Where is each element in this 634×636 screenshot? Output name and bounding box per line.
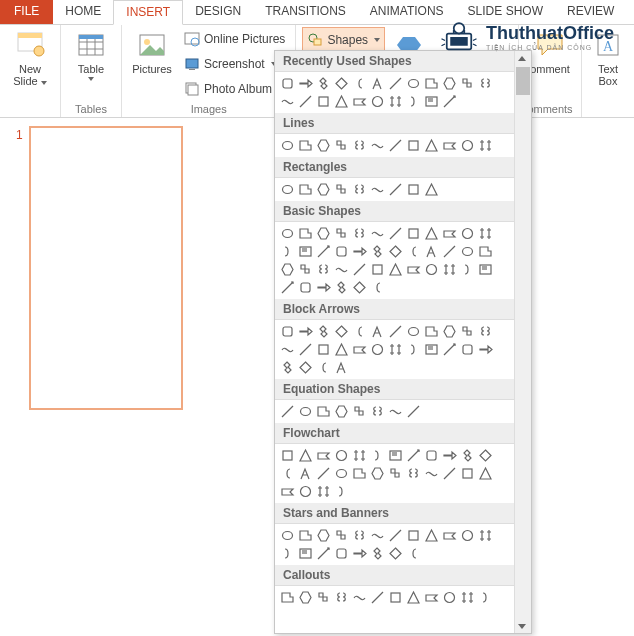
shape-item[interactable] xyxy=(369,75,386,92)
shape-item[interactable] xyxy=(315,589,332,606)
shape-item[interactable] xyxy=(297,323,314,340)
shape-item[interactable] xyxy=(315,75,332,92)
shape-item[interactable] xyxy=(279,403,296,420)
shape-item[interactable] xyxy=(333,359,350,376)
shape-item[interactable] xyxy=(441,225,458,242)
shape-item[interactable] xyxy=(387,341,404,358)
shape-item[interactable] xyxy=(369,589,386,606)
shape-item[interactable] xyxy=(405,447,422,464)
shape-item[interactable] xyxy=(351,545,368,562)
shape-item[interactable] xyxy=(279,225,296,242)
shape-item[interactable] xyxy=(405,243,422,260)
shape-item[interactable] xyxy=(405,589,422,606)
shape-item[interactable] xyxy=(387,137,404,154)
shape-item[interactable] xyxy=(369,243,386,260)
shape-item[interactable] xyxy=(459,225,476,242)
shape-item[interactable] xyxy=(333,323,350,340)
shape-item[interactable] xyxy=(333,181,350,198)
shape-item[interactable] xyxy=(279,181,296,198)
shape-item[interactable] xyxy=(315,279,332,296)
shape-item[interactable] xyxy=(351,181,368,198)
shape-item[interactable] xyxy=(477,243,494,260)
shape-item[interactable] xyxy=(333,75,350,92)
scroll-down-arrow[interactable] xyxy=(515,619,529,633)
shape-item[interactable] xyxy=(441,527,458,544)
shape-item[interactable] xyxy=(459,243,476,260)
shape-item[interactable] xyxy=(369,225,386,242)
shape-item[interactable] xyxy=(387,243,404,260)
shape-item[interactable] xyxy=(279,465,296,482)
shape-item[interactable] xyxy=(423,447,440,464)
shape-item[interactable] xyxy=(315,447,332,464)
shape-item[interactable] xyxy=(279,93,296,110)
shape-item[interactable] xyxy=(333,483,350,500)
shape-item[interactable] xyxy=(297,483,314,500)
shape-item[interactable] xyxy=(279,323,296,340)
shape-item[interactable] xyxy=(477,465,494,482)
shape-item[interactable] xyxy=(279,137,296,154)
shape-item[interactable] xyxy=(441,261,458,278)
shape-item[interactable] xyxy=(333,545,350,562)
shape-item[interactable] xyxy=(405,403,422,420)
shape-item[interactable] xyxy=(459,75,476,92)
shape-item[interactable] xyxy=(315,93,332,110)
shape-item[interactable] xyxy=(333,527,350,544)
shape-item[interactable] xyxy=(423,589,440,606)
shape-item[interactable] xyxy=(423,137,440,154)
shape-item[interactable] xyxy=(459,447,476,464)
shape-item[interactable] xyxy=(459,261,476,278)
shape-item[interactable] xyxy=(351,527,368,544)
shape-item[interactable] xyxy=(387,75,404,92)
shape-item[interactable] xyxy=(477,589,494,606)
shape-item[interactable] xyxy=(423,341,440,358)
shape-item[interactable] xyxy=(351,75,368,92)
shape-item[interactable] xyxy=(279,483,296,500)
shape-item[interactable] xyxy=(405,465,422,482)
shape-item[interactable] xyxy=(387,93,404,110)
shape-item[interactable] xyxy=(387,181,404,198)
shape-item[interactable] xyxy=(405,225,422,242)
shape-item[interactable] xyxy=(423,527,440,544)
shape-item[interactable] xyxy=(351,403,368,420)
shape-item[interactable] xyxy=(387,323,404,340)
shape-item[interactable] xyxy=(441,75,458,92)
shape-item[interactable] xyxy=(333,589,350,606)
shape-item[interactable] xyxy=(297,261,314,278)
shape-item[interactable] xyxy=(297,545,314,562)
shape-item[interactable] xyxy=(441,589,458,606)
shape-item[interactable] xyxy=(369,279,386,296)
shape-item[interactable] xyxy=(369,137,386,154)
shape-item[interactable] xyxy=(279,527,296,544)
tab-design[interactable]: DESIGN xyxy=(183,0,253,24)
shape-item[interactable] xyxy=(387,261,404,278)
shape-item[interactable] xyxy=(369,341,386,358)
shape-item[interactable] xyxy=(477,137,494,154)
shape-item[interactable] xyxy=(279,545,296,562)
shape-item[interactable] xyxy=(279,589,296,606)
shape-item[interactable] xyxy=(405,93,422,110)
shape-item[interactable] xyxy=(279,261,296,278)
shape-item[interactable] xyxy=(387,403,404,420)
shape-item[interactable] xyxy=(297,465,314,482)
shape-item[interactable] xyxy=(351,341,368,358)
tab-insert[interactable]: INSERT xyxy=(113,0,183,25)
shape-item[interactable] xyxy=(441,447,458,464)
shape-item[interactable] xyxy=(459,465,476,482)
shape-item[interactable] xyxy=(297,341,314,358)
shape-item[interactable] xyxy=(297,589,314,606)
shape-item[interactable] xyxy=(351,279,368,296)
shape-item[interactable] xyxy=(459,323,476,340)
shape-item[interactable] xyxy=(405,181,422,198)
shape-item[interactable] xyxy=(333,403,350,420)
shape-item[interactable] xyxy=(297,447,314,464)
shape-item[interactable] xyxy=(477,447,494,464)
shape-item[interactable] xyxy=(315,137,332,154)
shape-item[interactable] xyxy=(315,545,332,562)
shape-item[interactable] xyxy=(315,243,332,260)
shape-item[interactable] xyxy=(405,545,422,562)
shape-item[interactable] xyxy=(405,341,422,358)
shape-item[interactable] xyxy=(387,225,404,242)
shape-item[interactable] xyxy=(477,261,494,278)
shape-item[interactable] xyxy=(333,93,350,110)
shape-item[interactable] xyxy=(297,225,314,242)
